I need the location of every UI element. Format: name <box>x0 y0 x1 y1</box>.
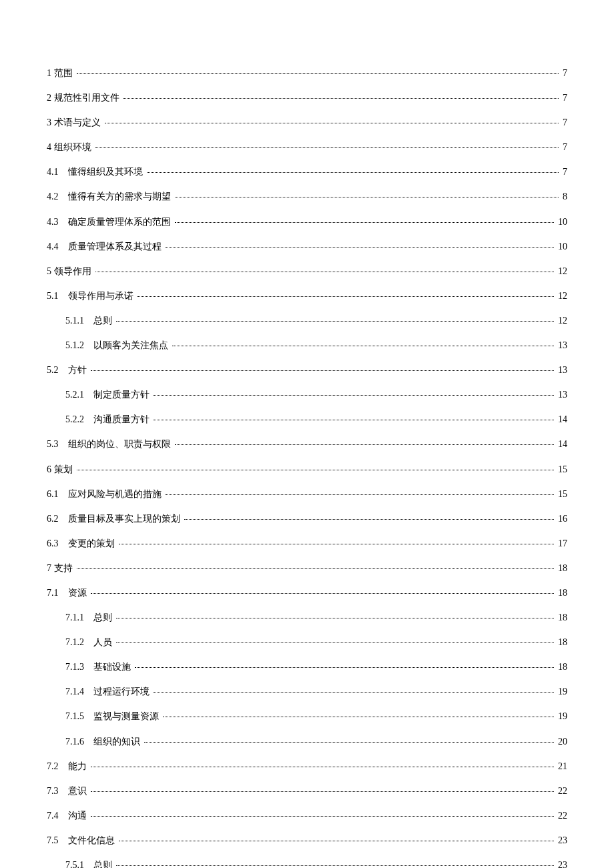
toc-page-number: 14 <box>555 438 567 451</box>
toc-entry: 4.4质量管理体系及其过程10 <box>47 240 567 254</box>
toc-number: 7.1.3 <box>65 661 84 674</box>
toc-leader-dots <box>147 172 559 173</box>
toc-title: 质量目标及事实上现的策划 <box>68 514 180 524</box>
toc-number: 4.2 <box>47 190 59 203</box>
toc-leader-dots <box>166 247 555 248</box>
toc-leader-dots <box>119 841 555 841</box>
toc-title: 监视与测量资源 <box>93 711 159 721</box>
toc-entry: 5.2.2沟通质量方针14 <box>47 413 567 426</box>
toc-entry: 7.3意识22 <box>47 785 567 798</box>
toc-title: 能力 <box>68 761 87 771</box>
toc-leader-dots <box>91 767 555 767</box>
toc-title: 组织的岗位、职责与权限 <box>68 439 171 449</box>
toc-leader-dots <box>154 395 554 396</box>
toc-entry: 6.2质量目标及事实上现的策划16 <box>47 512 567 526</box>
toc-title: 总则 <box>93 860 112 868</box>
toc-label: 7.1.2人员 <box>65 636 115 649</box>
toc-number: 5.1 <box>47 290 59 303</box>
toc-page-number: 19 <box>555 710 567 723</box>
toc-entry: 5.1.2以顾客为关注焦点13 <box>47 339 567 352</box>
toc-entry: 2 规范性引用文件7 <box>47 91 567 105</box>
toc-leader-dots <box>175 444 555 445</box>
toc-title: 制定质量方针 <box>93 390 149 400</box>
toc-label: 7.1资源 <box>47 586 89 600</box>
toc-leader-dots <box>119 544 555 544</box>
toc-leader-dots <box>116 865 554 866</box>
toc-title: 意识 <box>68 786 87 796</box>
toc-label: 7.5.1总则 <box>65 859 115 868</box>
toc-label: 7.1.1总则 <box>65 611 115 624</box>
toc-number: 7.1.4 <box>65 685 84 699</box>
toc-entry: 7.1.3基础设施18 <box>47 661 567 674</box>
toc-leader-dots <box>116 642 554 643</box>
toc-title: 人员 <box>93 637 112 647</box>
toc-leader-dots <box>137 296 555 297</box>
toc-label: 4 组织环境 <box>47 141 94 154</box>
toc-page-number: 18 <box>555 586 567 600</box>
toc-entry: 5.2.1制定质量方针13 <box>47 388 567 402</box>
toc-label: 6.1应对风险与机遇的措施 <box>47 488 164 501</box>
toc-number: 4.4 <box>47 240 59 254</box>
toc-title: 范围 <box>54 68 73 78</box>
toc-page-number: 17 <box>555 537 567 550</box>
toc-label: 7.1.6组织的知识 <box>65 735 143 749</box>
toc-leader-dots <box>135 667 554 668</box>
toc-page-number: 22 <box>555 809 567 823</box>
toc-entry: 7.1.4过程运行环境19 <box>47 685 567 699</box>
toc-page-number: 12 <box>555 290 567 303</box>
toc-title: 术语与定义 <box>54 117 101 127</box>
toc-leader-dots <box>144 742 554 743</box>
toc-number: 6.2 <box>47 512 59 526</box>
toc-label: 5.2.2沟通质量方针 <box>65 413 152 426</box>
toc-title: 策划 <box>54 464 73 474</box>
toc-label: 6.3变更的策划 <box>47 537 117 550</box>
toc-page-number: 7 <box>560 67 567 80</box>
toc-leader-dots <box>77 73 559 74</box>
toc-leader-dots <box>163 717 554 717</box>
toc-page-number: 12 <box>555 265 567 278</box>
toc-entry: 7.1.1总则18 <box>47 611 567 624</box>
toc-title: 基础设施 <box>93 662 131 672</box>
toc-leader-dots <box>95 272 555 272</box>
toc-number: 7.5 <box>47 834 59 847</box>
toc-number: 7.1.1 <box>65 611 84 624</box>
toc-label: 1 范围 <box>47 67 75 80</box>
toc-number: 5.2.1 <box>65 388 84 402</box>
toc-label: 5.1领导作用与承诺 <box>47 290 136 303</box>
toc-entry: 7.1资源18 <box>47 586 567 600</box>
toc-page-number: 8 <box>560 190 567 203</box>
toc-label: 7.4沟通 <box>47 809 89 823</box>
toc-page-number: 7 <box>560 91 567 105</box>
toc-entry: 7.4沟通22 <box>47 809 567 823</box>
toc-page-number: 16 <box>555 512 567 526</box>
toc-page-number: 12 <box>555 314 567 328</box>
toc-entry: 6.3变更的策划17 <box>47 537 567 550</box>
toc-number: 6.1 <box>47 488 59 501</box>
toc-entry: 4.2懂得有关方的需求与期望8 <box>47 190 567 203</box>
toc-leader-dots <box>116 321 554 322</box>
toc-number: 7.5.1 <box>65 859 84 868</box>
toc-entry: 7.5.1总则23 <box>47 859 567 868</box>
toc-title: 应对风险与机遇的措施 <box>68 489 162 499</box>
toc-label: 5.1.2以顾客为关注焦点 <box>65 339 171 352</box>
toc-entry: 5 领导作用12 <box>47 265 567 278</box>
toc-title: 领导作用 <box>54 266 91 276</box>
toc-entry: 3 术语与定义7 <box>47 116 567 129</box>
toc-title: 方针 <box>68 365 87 375</box>
toc-leader-dots <box>116 618 554 618</box>
toc-title: 支持 <box>54 563 73 573</box>
toc-number: 5.3 <box>47 438 59 451</box>
toc-label: 7.3意识 <box>47 785 89 798</box>
toc-leader-dots <box>77 568 555 569</box>
toc-page-number: 14 <box>555 413 567 426</box>
toc-entry: 4 组织环境7 <box>47 141 567 154</box>
toc-title: 规范性引用文件 <box>54 93 119 103</box>
toc-leader-dots <box>91 370 555 371</box>
toc-number: 4 <box>47 141 51 154</box>
toc-entry: 7 支持18 <box>47 562 567 575</box>
toc-number: 6 <box>47 463 51 476</box>
toc-page-number: 18 <box>555 661 567 674</box>
toc-page-number: 13 <box>555 339 567 352</box>
toc-label: 7.1.5监视与测量资源 <box>65 710 162 723</box>
toc-label: 2 规范性引用文件 <box>47 91 122 105</box>
